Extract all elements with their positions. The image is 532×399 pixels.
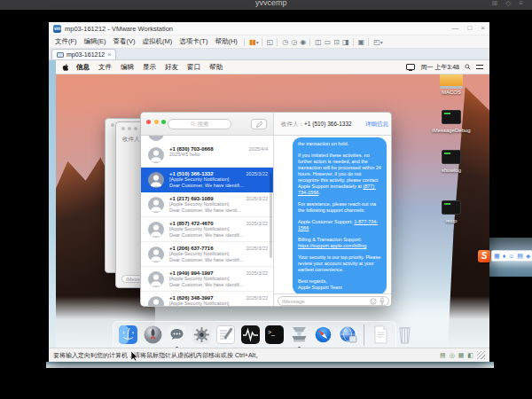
vmware-menu-item[interactable]: 文件(F) [51, 37, 81, 46]
conversation-date: 2025/3/22 [246, 171, 268, 176]
sogou-mic-icon[interactable]: ♦ [503, 251, 506, 261]
toolbar-separator [368, 38, 369, 46]
macos-menu-item[interactable]: 显示 [138, 63, 160, 72]
dock-installer-icon[interactable] [289, 325, 309, 345]
zoom-window-button[interactable] [161, 120, 166, 124]
message-input[interactable]: iMessage [278, 296, 389, 306]
hard-disk-status-icon[interactable]: ▤ [440, 352, 446, 359]
vmware-menu-item[interactable]: 查看(V) [110, 37, 139, 46]
dock-messages-icon[interactable] [167, 325, 187, 345]
pause-button-caret[interactable]: ▾ [256, 39, 259, 45]
sound-status-icon[interactable]: ◧ [467, 352, 473, 359]
sogou-keyboard-icon[interactable]: ▤ [517, 251, 523, 261]
viewer-rotate-icon[interactable]: ◇ [505, 0, 511, 7]
dock-launchpad-icon[interactable] [143, 325, 163, 345]
bubble-link[interactable]: https://support.apple.com/billing [298, 243, 366, 248]
messages-toolbar[interactable]: 搜索 [141, 113, 274, 136]
viewer-menu-icon[interactable]: ≡ [519, 0, 523, 7]
console-view-button[interactable]: ▣ [356, 38, 366, 46]
minimize-window-button[interactable] [154, 120, 159, 124]
thumbnail-bar-toggle-button[interactable]: ▭ [323, 38, 332, 46]
conversation-item[interactable]: +1 (510) 366-13322025/3/22[Apple Securit… [141, 168, 273, 192]
macos-menu-item[interactable]: 文件 [94, 63, 116, 72]
notification-center-icon[interactable] [476, 65, 483, 69]
snapshot-manager-button[interactable]: ◉ [298, 38, 307, 46]
desktop-icon-istop[interactable]: istop [428, 200, 474, 224]
macos-menu-item[interactable]: 好友 [160, 63, 183, 72]
macos-menu-item[interactable]: 帮助 [205, 63, 227, 72]
vmware-menu-item[interactable]: 帮助(H) [211, 37, 240, 46]
bubble-paragraph: Billing & Transaction Support: https://s… [298, 237, 381, 249]
window-traffic-lights[interactable] [146, 120, 166, 124]
unity-mode-button[interactable]: ◨ [340, 38, 350, 46]
vmware-menu-item[interactable]: 选项卡(T) [176, 37, 211, 46]
search-input[interactable]: 搜索 [168, 119, 231, 129]
snapshot-revert-button[interactable]: ◶ [289, 38, 298, 46]
to-field-value[interactable]: +1 (510) 366-1332 [304, 121, 352, 127]
message-bubble: the transaction on hold.If you initiated… [293, 137, 387, 293]
close-window-button[interactable] [146, 120, 151, 124]
conversation-item[interactable]: +1 (949) 994-19972025/3/22[Apple Securit… [141, 267, 273, 292]
sogou-logo-icon[interactable]: S [478, 250, 490, 262]
conversation-list[interactable]: +1 (830) 703-06682025/4/42025/4/5 hello+… [141, 136, 274, 306]
statusbar-hint-text: 要将输入定向到您的计算机，请将鼠标指针从虚拟机内部移出或按 Ctrl+Alt。 [53, 351, 262, 360]
dock-terminal-icon[interactable]: >_ [264, 325, 285, 345]
scrollbar-thumb[interactable] [270, 173, 272, 258]
sogou-skin-icon[interactable]: ▦ [494, 251, 500, 261]
conversation-item[interactable]: +1 (830) 703-06682025/4/42025/4/5 hello [141, 143, 273, 168]
macos-menu-item[interactable]: 信息 [72, 63, 94, 72]
dock-textedit-icon[interactable] [215, 325, 236, 345]
vmware-menu-item[interactable]: 编辑(E) [81, 37, 110, 46]
sogou-input-toolbar[interactable]: S ▦♦☺▤◈ [478, 249, 532, 262]
dock-system-preferences-icon[interactable] [192, 325, 212, 345]
vm-console-area: MACOSiMessageDebugshowlogistop 信息文件编辑显示好… [49, 60, 489, 348]
conversation-item-partial[interactable] [141, 136, 273, 143]
desktop-icon-imessagedebug[interactable]: iMessageDebug [428, 110, 474, 134]
sogou-emoji-icon[interactable]: ☺ [508, 251, 514, 261]
dock-trash-icon[interactable] [395, 325, 415, 345]
fullscreen-button[interactable]: ⊡ [332, 38, 340, 46]
maximize-button[interactable]: □ [467, 24, 472, 33]
conversation-item[interactable]: +1 (857) 472-46702025/3/22[Apple Securit… [141, 217, 273, 242]
dictation-mic-icon[interactable] [379, 297, 385, 305]
dock-document-icon[interactable] [371, 325, 391, 345]
menubar-clock[interactable]: 周一 上午3:48 [420, 63, 459, 72]
window-traffic-lights[interactable] [121, 127, 137, 130]
dock-finder-icon[interactable] [118, 325, 138, 345]
emoji-icon[interactable] [370, 298, 377, 305]
compose-button[interactable] [251, 119, 267, 129]
library-toggle-button[interactable]: ◫ [313, 38, 323, 46]
macos-menu-item[interactable]: 窗口 [183, 63, 205, 72]
desktop-icon-macos[interactable]: MACOS [428, 73, 474, 96]
minimize-button[interactable]: — [451, 24, 458, 33]
monitor-layout-button-caret[interactable]: ▾ [380, 39, 383, 45]
conversation-item[interactable]: +1 (626) 348-39972025/3/22[Apple Securit… [141, 292, 273, 306]
conversation-item[interactable]: +1 (206) 637-77162025/3/22[Apple Securit… [141, 242, 273, 267]
sogou-toolbox-icon[interactable]: ◈ [526, 251, 530, 261]
macos-menu-item[interactable]: 编辑 [116, 63, 138, 72]
chat-transcript[interactable]: the transaction on hold.If you initiated… [274, 136, 392, 293]
dock-divider [364, 325, 364, 346]
desktop-icon-showlog[interactable]: showlog [428, 150, 474, 174]
vm-tab[interactable]: mp03-161212 × [51, 49, 116, 59]
dock-activity-monitor-icon[interactable] [240, 325, 261, 345]
details-button[interactable]: 详细信息 [365, 121, 388, 129]
spotlight-icon[interactable] [465, 64, 471, 70]
conversation-item[interactable]: +1 (217) 693-10892025/3/22[Apple Securit… [141, 192, 273, 217]
viewer-layout-icon[interactable]: ⊞ [491, 0, 497, 7]
tab-close-icon[interactable]: × [107, 51, 111, 58]
display-mirroring-icon[interactable] [406, 64, 415, 70]
resize-grip[interactable] [477, 351, 485, 359]
vmware-menu-item[interactable]: 虚拟机(M) [139, 37, 176, 46]
close-button[interactable]: × [481, 24, 485, 33]
network-adapter-status-icon[interactable]: ▦ [458, 352, 465, 359]
cd-rom-status-icon[interactable]: ◎ [450, 352, 455, 359]
send-ctrl-alt-del-button[interactable]: ◱ [265, 38, 275, 46]
snapshot-take-button[interactable]: ◷ [280, 38, 289, 46]
vmware-titlebar[interactable]: vm mp03-161212 - VMware Workstation — □ … [49, 22, 489, 35]
dock-safari-icon[interactable] [313, 325, 333, 345]
terminal-file-icon [442, 200, 461, 215]
apple-menu-icon[interactable] [62, 63, 69, 72]
vm-screen[interactable]: MACOSiMessageDebugshowlogistop 信息文件编辑显示好… [56, 60, 489, 348]
dock-network-icon[interactable] [338, 325, 358, 345]
